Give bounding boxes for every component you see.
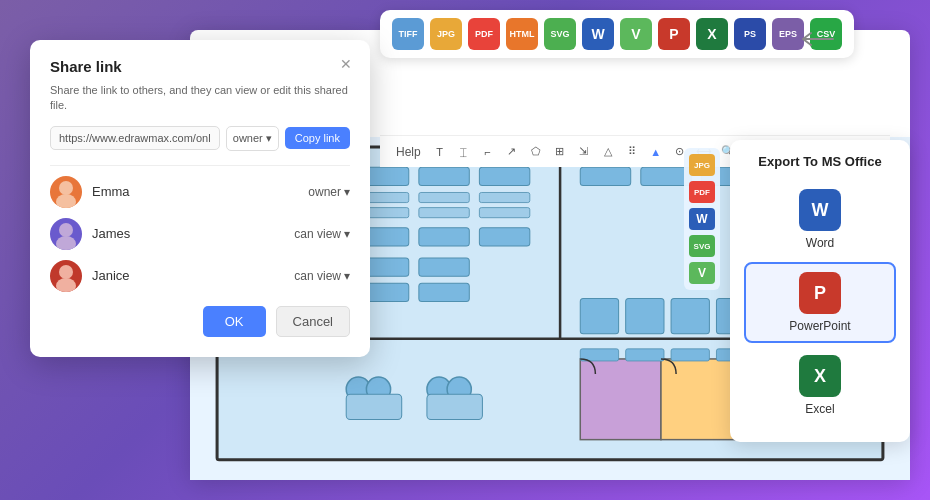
sidebar-svg-icon[interactable]: SVG: [689, 235, 715, 257]
fill-icon[interactable]: ▲: [647, 143, 665, 161]
visio-icon[interactable]: V: [620, 18, 652, 50]
triangle-icon[interactable]: △: [599, 143, 617, 161]
user-name-james: James: [92, 226, 294, 241]
corner-icon[interactable]: ⌐: [479, 143, 497, 161]
role-select-value: owner: [233, 132, 263, 144]
table-icon[interactable]: ⊞: [551, 143, 569, 161]
sidebar-visio-icon[interactable]: V: [689, 262, 715, 284]
role-emma[interactable]: owner ▾: [308, 185, 350, 199]
svg-rect-25: [419, 228, 469, 246]
svg-rect-35: [419, 258, 469, 276]
svg-rect-11: [479, 167, 529, 185]
svg-rect-20: [419, 208, 469, 218]
excel-toolbar-icon[interactable]: X: [696, 18, 728, 50]
svg-rect-47: [626, 349, 664, 361]
sidebar-pdf-icon[interactable]: PDF: [689, 181, 715, 203]
svg-point-61: [59, 223, 73, 237]
role-select[interactable]: owner ▾: [226, 126, 279, 151]
dialog-subtitle: Share the link to others, and they can v…: [50, 83, 350, 114]
ps-icon[interactable]: PS: [734, 18, 766, 50]
ok-button[interactable]: OK: [203, 306, 266, 337]
text-icon[interactable]: T: [431, 143, 449, 161]
svg-rect-45: [427, 394, 482, 419]
sidebar-jpg-icon[interactable]: JPG: [689, 154, 715, 176]
chevron-down-icon-janice: ▾: [344, 269, 350, 283]
format-icon[interactable]: ⌶: [455, 143, 473, 161]
role-value-janice: can view: [294, 269, 341, 283]
user-name-emma: Emma: [92, 184, 308, 199]
powerpoint-icon: P: [799, 272, 841, 314]
copy-link-button[interactable]: Copy link: [285, 127, 350, 149]
export-sidebar: JPG PDF W SVG V: [684, 148, 720, 290]
svg-point-60: [56, 194, 76, 208]
chevron-down-icon-james: ▾: [344, 227, 350, 241]
svg-rect-15: [419, 192, 469, 202]
avatar-emma: [50, 176, 82, 208]
svg-rect-42: [346, 394, 401, 419]
html-icon[interactable]: HTML: [506, 18, 538, 50]
user-row-james: James can view ▾: [50, 218, 350, 250]
svg-point-59: [59, 181, 73, 195]
export-word-item[interactable]: W Word: [744, 181, 896, 258]
svg-rect-21: [479, 208, 529, 218]
export-panel: Export To MS Office W Word P PowerPoint …: [730, 140, 910, 442]
svg-rect-39: [419, 283, 469, 301]
link-input[interactable]: [50, 126, 220, 150]
svg-rect-26: [479, 228, 529, 246]
powerpoint-label: PowerPoint: [789, 319, 850, 333]
svg-point-63: [59, 265, 73, 279]
word-icon: W: [799, 189, 841, 231]
chevron-down-icon-emma: ▾: [344, 185, 350, 199]
svg-rect-48: [671, 349, 709, 361]
avatar-james: [50, 218, 82, 250]
svg-point-64: [56, 278, 76, 292]
export-excel-item[interactable]: X Excel: [744, 347, 896, 424]
divider-1: [50, 165, 350, 166]
sidebar-word-icon[interactable]: W: [689, 208, 715, 230]
close-button[interactable]: ✕: [336, 54, 356, 74]
word-toolbar-icon[interactable]: W: [582, 18, 614, 50]
link-row: owner ▾ Copy link: [50, 126, 350, 151]
shape-icon[interactable]: ⬠: [527, 143, 545, 161]
role-value-james: can view: [294, 227, 341, 241]
powerpoint-toolbar-icon[interactable]: P: [658, 18, 690, 50]
svg-rect-1: [580, 359, 661, 440]
cancel-button[interactable]: Cancel: [276, 306, 350, 337]
svg-rect-10: [419, 167, 469, 185]
role-james[interactable]: can view ▾: [294, 227, 350, 241]
svg-rect-16: [479, 192, 529, 202]
export-powerpoint-item[interactable]: P PowerPoint: [744, 262, 896, 343]
dot-icon[interactable]: ⠿: [623, 143, 641, 161]
avatar-janice: [50, 260, 82, 292]
user-row-janice: Janice can view ▾: [50, 260, 350, 292]
user-row-emma: Emma owner ▾: [50, 176, 350, 208]
svg-rect-53: [671, 298, 709, 333]
pointer-icon[interactable]: ↗: [503, 143, 521, 161]
pdf-icon[interactable]: PDF: [468, 18, 500, 50]
help-label: Help: [396, 145, 421, 159]
role-value-emma: owner: [308, 185, 341, 199]
svg-icon[interactable]: SVG: [544, 18, 576, 50]
svg-rect-52: [626, 298, 664, 333]
svg-rect-51: [580, 298, 618, 333]
tiff-icon[interactable]: TIFF: [392, 18, 424, 50]
role-janice[interactable]: can view ▾: [294, 269, 350, 283]
dialog-title: Share link: [50, 58, 350, 75]
word-label: Word: [806, 236, 834, 250]
arrow-indicator: [795, 28, 835, 55]
user-name-janice: Janice: [92, 268, 294, 283]
share-dialog: Share link ✕ Share the link to others, a…: [30, 40, 370, 357]
dialog-actions: OK Cancel: [50, 306, 350, 337]
resize-icon[interactable]: ⇲: [575, 143, 593, 161]
jpg-icon[interactable]: JPG: [430, 18, 462, 50]
svg-point-62: [56, 236, 76, 250]
chevron-down-icon: ▾: [266, 132, 272, 145]
export-toolbar: TIFF JPG PDF HTML SVG W V P X PS EPS CSV: [380, 10, 854, 58]
export-panel-title: Export To MS Office: [744, 154, 896, 169]
excel-icon: X: [799, 355, 841, 397]
svg-rect-27: [580, 167, 630, 185]
excel-label: Excel: [805, 402, 834, 416]
